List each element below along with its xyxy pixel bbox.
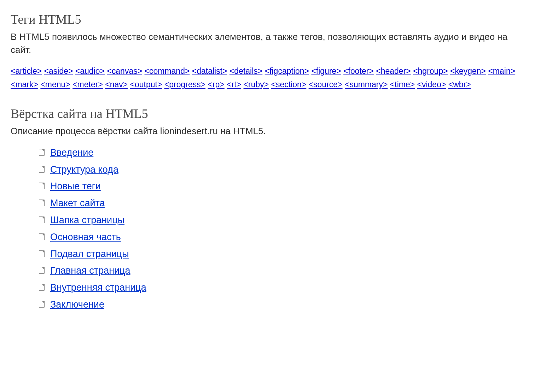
- list-item: Шапка страницы: [39, 214, 530, 227]
- list-item: Внутренняя страница: [39, 281, 530, 295]
- document-icon: [42, 301, 44, 303]
- tag-link[interactable]: <nav>: [105, 80, 128, 89]
- section-link[interactable]: Подвал страницы: [50, 249, 129, 259]
- list-item: Основная часть: [39, 231, 530, 244]
- section-link[interactable]: Основная часть: [50, 232, 121, 242]
- document-icon: [42, 267, 44, 269]
- tag-link[interactable]: <output>: [130, 80, 162, 89]
- section-link[interactable]: Введение: [50, 147, 93, 158]
- document-icon: [42, 200, 44, 202]
- document-icon: [42, 284, 44, 286]
- section-link[interactable]: Заключение: [50, 299, 104, 310]
- list-item: Макет сайта: [39, 197, 530, 210]
- tag-link[interactable]: <wbr>: [448, 80, 471, 89]
- tag-link[interactable]: <summary>: [345, 80, 388, 89]
- document-icon: [42, 216, 44, 219]
- section-link[interactable]: Главная страница: [50, 265, 130, 276]
- tag-link[interactable]: <command>: [145, 66, 190, 76]
- section-link[interactable]: Новые теги: [50, 181, 101, 191]
- document-icon: [42, 149, 44, 151]
- document-icon: [42, 183, 44, 185]
- tag-link[interactable]: <progress>: [164, 80, 205, 89]
- tag-link[interactable]: <source>: [309, 80, 343, 89]
- document-icon: [42, 166, 44, 168]
- tag-links-container: <article> <aside> <audio> <canvas> <comm…: [11, 65, 530, 91]
- section-link[interactable]: Шапка страницы: [50, 215, 124, 225]
- section-layout: Вёрстка сайта на HTML5 Описание процесса…: [11, 105, 530, 311]
- tag-link[interactable]: <footer>: [343, 66, 374, 76]
- tag-link[interactable]: <hgroup>: [413, 66, 448, 76]
- section-link[interactable]: Структура кода: [50, 164, 118, 175]
- document-icon: [42, 233, 44, 236]
- heading-layout: Вёрстка сайта на HTML5: [11, 105, 530, 123]
- tag-link[interactable]: <rp>: [208, 80, 225, 89]
- tag-link[interactable]: <main>: [488, 66, 515, 76]
- document-icon: [42, 250, 44, 253]
- list-item: Заключение: [39, 298, 530, 311]
- tag-link[interactable]: <datalist>: [192, 66, 227, 76]
- tag-link[interactable]: <meter>: [72, 80, 103, 89]
- list-item: Главная страница: [39, 264, 530, 278]
- tag-link[interactable]: <rt>: [227, 80, 241, 89]
- list-item: Введение: [39, 146, 530, 160]
- description-layout: Описание процесса вёрстки сайта lioninde…: [11, 125, 530, 137]
- tag-link[interactable]: <ruby>: [244, 80, 269, 89]
- tag-link[interactable]: <aside>: [44, 66, 73, 76]
- tag-link[interactable]: <audio>: [75, 66, 105, 76]
- tag-link[interactable]: <figure>: [311, 66, 341, 76]
- tag-link[interactable]: <mark>: [11, 80, 38, 89]
- tag-link[interactable]: <menu>: [40, 80, 70, 89]
- tag-link[interactable]: <section>: [271, 80, 307, 89]
- tag-link[interactable]: <video>: [417, 80, 446, 89]
- tag-link[interactable]: <details>: [229, 66, 262, 76]
- heading-tags: Теги HTML5: [11, 11, 530, 28]
- list-item: Структура кода: [39, 163, 530, 177]
- section-link[interactable]: Макет сайта: [50, 198, 105, 208]
- section-tags: Теги HTML5 В HTML5 появилось множество с…: [11, 11, 530, 91]
- description-tags: В HTML5 появилось множество семантически…: [11, 30, 530, 56]
- tag-link[interactable]: <figcaption>: [265, 66, 309, 76]
- tag-link[interactable]: <article>: [11, 66, 42, 76]
- list-item: Новые теги: [39, 180, 530, 193]
- tag-link[interactable]: <canvas>: [107, 66, 142, 76]
- list-item: Подвал страницы: [39, 248, 530, 261]
- tag-link[interactable]: <time>: [390, 80, 415, 89]
- tag-link[interactable]: <keygen>: [450, 66, 486, 76]
- layout-list: ВведениеСтруктура кодаНовые тегиМакет са…: [11, 146, 530, 311]
- tag-link[interactable]: <header>: [376, 66, 411, 76]
- section-link[interactable]: Внутренняя страница: [50, 282, 146, 293]
